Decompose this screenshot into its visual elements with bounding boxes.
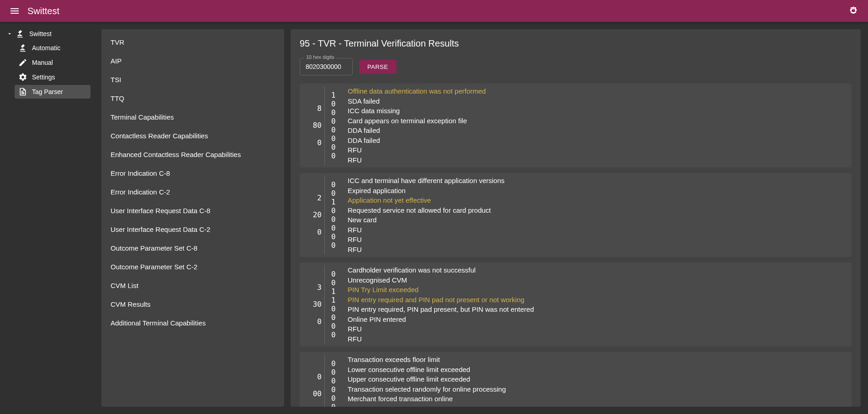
bit-description: Transaction exceeds floor limit — [348, 355, 852, 365]
bit-value: 0 — [331, 394, 339, 403]
bit-value-column: 00110000 — [324, 265, 348, 344]
bit-value: 0 — [331, 270, 339, 278]
hex-input[interactable] — [300, 58, 353, 75]
bit-value: 1 — [331, 296, 339, 304]
bit-desc-column: Transaction exceeds floor limitLower con… — [348, 355, 852, 407]
bit-description: RFU — [348, 225, 852, 235]
bit-value: 1 — [331, 198, 339, 206]
hex-digit: 20 — [313, 210, 322, 219]
bit-description: SDA failed — [348, 96, 852, 106]
bit-value: 0 — [331, 241, 339, 250]
chevron-down-icon — [6, 31, 13, 37]
byte-hex-column: 2200 — [300, 176, 324, 254]
sidebar-item-settings[interactable]: Settings — [15, 70, 90, 84]
bit-value: 0 — [331, 117, 339, 126]
bit-value: 1 — [331, 91, 339, 100]
bit-description: Upper consecutive offline limit exceeded — [348, 374, 852, 384]
hex-digit: 0 — [317, 372, 322, 381]
bit-description: Online PIN entered — [348, 314, 852, 325]
hex-digit: 30 — [313, 300, 322, 309]
tag-item[interactable]: Contactless Reader Capabilities — [101, 126, 284, 145]
bit-value: 0 — [331, 368, 339, 377]
sidebar-item-label: Manual — [32, 59, 53, 66]
bit-value: 0 — [331, 232, 339, 241]
bit-description: Cardholder verification was not successf… — [348, 265, 852, 275]
microscope-icon — [18, 43, 27, 52]
bit-description: New card — [348, 215, 852, 225]
bit-description: ICC data missing — [348, 106, 852, 116]
sidebar-item-label: Settings — [32, 73, 55, 81]
tag-item[interactable]: CVM List — [101, 276, 284, 295]
bit-description: RFU — [348, 145, 852, 155]
bit-value: 0 — [331, 134, 339, 143]
tag-item[interactable]: AIP — [101, 52, 284, 70]
bit-value: 0 — [331, 385, 339, 394]
bit-description: DDA failed — [348, 136, 852, 146]
hex-digit: 3 — [317, 283, 322, 292]
bit-description: RFU — [348, 324, 852, 334]
tag-item[interactable]: Outcome Parameter Set C-8 — [101, 239, 284, 257]
bit-value: 0 — [331, 377, 339, 385]
microscope-icon — [16, 29, 25, 38]
document-icon — [18, 87, 27, 96]
bit-desc-column: Offline data authentication was not perf… — [348, 86, 852, 165]
tag-item[interactable]: TVR — [101, 33, 284, 52]
settings-button[interactable] — [844, 2, 863, 20]
brightness-icon — [848, 5, 859, 16]
hex-digit: 8 — [317, 104, 322, 113]
hex-digit: 00 — [313, 389, 322, 398]
bit-value: 0 — [331, 108, 339, 117]
bit-value: 0 — [331, 359, 339, 368]
detail-title: 95 - TVR - Terminal Verification Results — [300, 38, 852, 49]
bit-value: 0 — [331, 215, 339, 224]
bit-description: DDA failed — [348, 126, 852, 136]
tag-item[interactable]: CVM Results — [101, 295, 284, 314]
bit-value: 0 — [331, 100, 339, 108]
bit-description: PIN Try Limit exceeded — [348, 285, 852, 295]
bit-value: 0 — [331, 152, 339, 160]
bit-value: 0 — [331, 180, 339, 189]
bit-description: Expired application — [348, 186, 852, 196]
menu-button[interactable] — [5, 2, 24, 20]
byte-hex-column: 3300 — [300, 265, 324, 344]
sidebar-item-manual[interactable]: Manual — [15, 56, 90, 69]
tree-root-label: Swittest — [29, 30, 52, 37]
tag-item[interactable]: Terminal Capabilities — [101, 108, 284, 126]
bit-value: 0 — [331, 330, 339, 339]
sidebar-item-tag-parser[interactable]: Tag Parser — [15, 85, 90, 99]
parse-button[interactable]: PARSE — [359, 60, 397, 74]
bit-value-column: 00100000 — [324, 176, 348, 254]
hex-digit: 0 — [317, 138, 322, 147]
bit-description: Merchant forced transaction online — [348, 394, 852, 404]
tag-item[interactable]: TTQ — [101, 89, 284, 108]
bit-value: 0 — [331, 143, 339, 152]
bit-desc-column: ICC and terminal have different applicat… — [348, 176, 852, 254]
bit-value: 0 — [331, 278, 339, 287]
sidebar-item-automatic[interactable]: Automatic — [15, 41, 90, 55]
app-title: Swittest — [27, 6, 59, 16]
hex-digit: 2 — [317, 194, 322, 202]
byte-block: 330000110000Cardholder verification was … — [300, 262, 852, 346]
bit-description: RFU — [348, 334, 852, 344]
bit-desc-column: Cardholder verification was not successf… — [348, 265, 852, 344]
tag-item[interactable]: TSI — [101, 70, 284, 89]
tag-item[interactable]: Error Indication C-8 — [101, 164, 284, 183]
hex-digit: 0 — [317, 228, 322, 236]
bit-description: Requested service not allowed for card p… — [348, 205, 852, 215]
byte-block: 000000000000Transaction exceeds floor li… — [300, 352, 852, 407]
tag-item[interactable]: User Interface Request Data C-8 — [101, 201, 284, 220]
bit-description: ICC and terminal have different applicat… — [348, 176, 852, 186]
tag-item[interactable]: Additional Terminal Capabilities — [101, 314, 284, 332]
byte-hex-column: 0000 — [300, 355, 324, 407]
bit-description: Card appears on terminal exception file — [348, 116, 852, 126]
tag-item[interactable]: Enhanced Contactless Reader Capabilities — [101, 145, 284, 164]
bit-value: 0 — [331, 304, 339, 313]
bit-value: 0 — [331, 126, 339, 134]
tree-root[interactable]: Swittest — [4, 27, 90, 40]
byte-block: 220000100000ICC and terminal have differ… — [300, 173, 852, 257]
tag-item[interactable]: Outcome Parameter Set C-2 — [101, 257, 284, 276]
tag-item[interactable]: Error Indication C-2 — [101, 183, 284, 201]
gear-icon — [18, 73, 27, 82]
bit-value: 0 — [331, 313, 339, 322]
tag-item[interactable]: User Interface Request Data C-2 — [101, 220, 284, 239]
